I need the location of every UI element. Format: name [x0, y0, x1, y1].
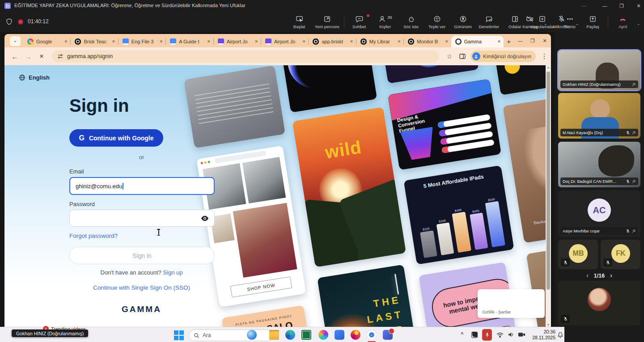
sign-in-button[interactable]: Sign in	[69, 247, 215, 264]
tab-gamma-active[interactable]: Gamma ✕	[451, 36, 504, 47]
forward-icon[interactable]: →	[21, 53, 35, 60]
file-explorer-icon[interactable]	[269, 330, 279, 340]
copilot-icon[interactable]	[318, 330, 328, 340]
participant-tile-gokhan[interactable]: Gokhan HINIZ (Doğrulanmamış)	[558, 50, 640, 90]
tab-a-guide[interactable]: A Guide t ✕	[166, 36, 213, 47]
email-field[interactable]: ghiniz@comu.edu	[69, 177, 215, 195]
taskbar-search[interactable]: Ara	[189, 329, 274, 341]
tab-my-library[interactable]: My Librar ✕	[356, 36, 403, 47]
camera-button[interactable]: Kamera	[517, 12, 543, 32]
speaker-icon[interactable]	[508, 332, 514, 338]
firefox-icon[interactable]	[351, 330, 360, 340]
tab-close-icon[interactable]: ✕	[497, 39, 501, 44]
stop-loading-icon[interactable]: ✕	[35, 53, 48, 59]
participant-tile-badegul[interactable]: Doç.Dr. Badegül CAN EMİR...	[558, 142, 640, 187]
sign-up-link[interactable]: Sign up	[163, 269, 182, 276]
site-info-icon[interactable]	[57, 53, 64, 59]
tray-clock[interactable]: 20:36 28.11.2025	[530, 329, 555, 341]
start-share-button[interactable]: Başlat	[286, 12, 312, 32]
tray-mic-active-icon[interactable]	[482, 329, 492, 341]
tab-close-icon[interactable]: ✕	[398, 39, 401, 44]
share-button[interactable]: Paylaş	[580, 12, 606, 32]
notification-bell-icon[interactable]	[557, 332, 564, 338]
window-close-icon[interactable]: ✕	[632, 0, 644, 12]
controls-button[interactable]: Denetimler	[476, 12, 502, 32]
participant-tile-naci[interactable]: M.Naci Kayaoğlu (Dış)	[558, 93, 640, 139]
tab-close-icon[interactable]: ✕	[445, 39, 449, 44]
office-app-icon[interactable]	[335, 330, 344, 340]
teams-taskbar-icon[interactable]	[383, 330, 393, 340]
tab-brisk-teach[interactable]: Brisk Teac ✕	[71, 36, 118, 47]
tab-monitor[interactable]: Monitor B ✕	[404, 36, 451, 47]
back-icon[interactable]: ←	[8, 53, 21, 60]
chat-button[interactable]: Sohbet	[346, 12, 372, 32]
page-prev-icon[interactable]: ‹	[586, 272, 589, 279]
leave-options-chevron-icon[interactable]: ⌄	[637, 18, 640, 26]
mic-options-chevron-icon[interactable]: ⌄	[575, 18, 579, 26]
wifi-icon[interactable]	[496, 332, 504, 338]
edge-icon[interactable]	[285, 330, 295, 340]
new-tab-button[interactable]: +	[504, 38, 514, 45]
scroll-up-icon[interactable]: ▲	[546, 66, 551, 69]
forgot-password-link[interactable]: Forgot password?	[69, 232, 118, 239]
language-selector[interactable]: English	[19, 74, 50, 81]
browser-close-icon[interactable]: ✕	[538, 35, 551, 46]
chrome-icon-active[interactable]	[367, 330, 377, 340]
sso-link[interactable]: Continue with Single Sign On (SSO)	[69, 284, 214, 291]
raise-hand-button[interactable]: Söz iste	[398, 12, 424, 32]
page-scrollbar[interactable]: ▲ ▼	[546, 65, 551, 327]
titlebar-more-icon[interactable]: ⋯	[578, 0, 590, 12]
participant-tile-fk[interactable]: FK	[601, 240, 640, 269]
pin-icon[interactable]	[631, 82, 636, 87]
tab-close-icon[interactable]: ✕	[302, 39, 306, 44]
tray-expand-icon[interactable]: ^	[461, 331, 463, 337]
side-panel-icon[interactable]	[459, 53, 466, 60]
participant-tile-asiye[interactable]: AC Asiye Mevhibe coşar	[558, 190, 640, 237]
start-button[interactable]	[174, 330, 184, 341]
tab-close-icon[interactable]: ✕	[254, 39, 258, 44]
bookmark-star-icon[interactable]: ☆	[443, 53, 456, 60]
show-password-eye-icon[interactable]	[201, 215, 209, 221]
tab-close-icon[interactable]: ✕	[64, 39, 68, 44]
window-maximize-icon[interactable]: ❐	[615, 0, 628, 12]
pin-icon[interactable]	[631, 179, 636, 184]
camera-options-chevron-icon[interactable]: ⌄	[544, 18, 547, 26]
continue-with-google-button[interactable]: G Continue with Google	[69, 129, 163, 147]
view-button[interactable]: Görünüm	[450, 12, 476, 32]
microphone-button[interactable]: Mikrofon	[548, 12, 574, 32]
pin-icon[interactable]	[631, 131, 636, 135]
scrollbar-thumb[interactable]	[547, 72, 550, 290]
participants-sidebar: Gokhan HINIZ (Doğrulanmamış) M.Naci Kaya…	[555, 32, 644, 342]
participant-tile-mb[interactable]: MB	[558, 240, 598, 269]
tray-app-icon[interactable]	[471, 332, 478, 338]
scroll-down-icon[interactable]: ▼	[546, 323, 551, 326]
tab-eng-file[interactable]: Eng File 3 ✕	[119, 36, 165, 47]
page-next-icon[interactable]: ›	[610, 272, 612, 279]
browser-minimize-icon[interactable]: —	[514, 35, 526, 46]
tab-close-icon[interactable]: ✕	[350, 39, 353, 44]
tab-close-icon[interactable]: ✕	[112, 39, 115, 44]
password-field[interactable]	[69, 210, 215, 227]
react-button[interactable]: Tepki ver	[424, 12, 450, 32]
people-button[interactable]: 36 Kişiler	[372, 12, 398, 32]
leave-button[interactable]: Ayrıl	[610, 12, 636, 32]
address-bar[interactable]: gamma.app/signin	[52, 50, 439, 63]
pin-icon[interactable]	[631, 229, 636, 233]
sheets-app-icon[interactable]	[301, 330, 311, 340]
privacy-terms[interactable]: Gizlilik - Şartlar	[482, 309, 511, 314]
widgets-icon[interactable]	[247, 330, 257, 340]
tab-close-icon[interactable]: ✕	[160, 39, 163, 44]
tab-airport-2[interactable]: Airport Jo ✕	[261, 36, 308, 47]
window-minimize-icon[interactable]: —	[598, 0, 611, 12]
tab-google[interactable]: G Google ✕	[23, 36, 70, 47]
new-window-button[interactable]: Yeni pencere	[312, 12, 342, 32]
browser-maximize-icon[interactable]: ❐	[526, 35, 539, 46]
participant-tile-photo[interactable]	[558, 281, 640, 325]
tab-close-icon[interactable]: ✕	[207, 39, 211, 44]
tab-airport-1[interactable]: Airport Jo ✕	[214, 36, 261, 47]
tab-app-briskt[interactable]: app.briskt ✕	[309, 36, 356, 47]
tray-camera-icon[interactable]	[518, 332, 525, 338]
browser-menu-icon[interactable]: ⋮	[538, 52, 551, 60]
verify-identity-chip[interactable]: Kimliğinizi doğrulayın	[470, 51, 536, 62]
tab-search-chevron-icon[interactable]: ⌄	[10, 36, 21, 46]
